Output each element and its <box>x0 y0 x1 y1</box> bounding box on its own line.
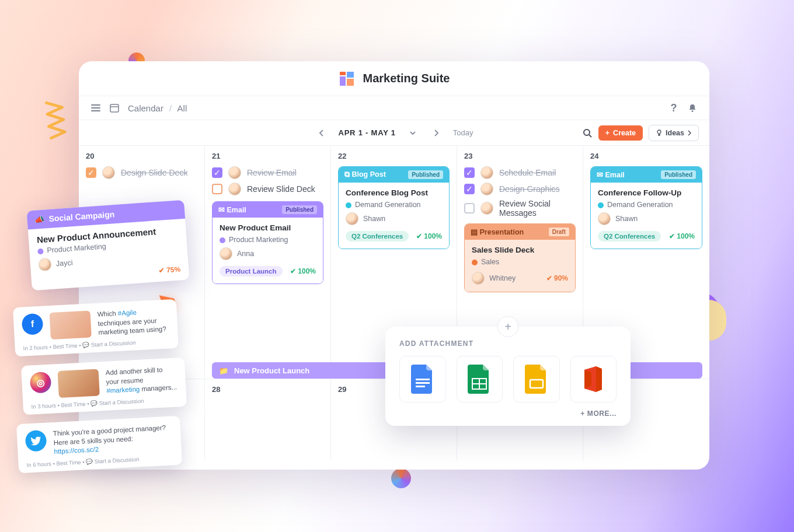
card-title: New Product Email <box>220 223 316 232</box>
task-row[interactable]: Review Social Messages <box>464 199 576 218</box>
megaphone-icon: 📣 <box>34 215 44 225</box>
help-icon[interactable]: ? <box>668 103 679 113</box>
social-text: Add another skill to your resume #market… <box>105 365 177 396</box>
attachment-panel: + ADD ATTACHMENT + MORE... <box>385 327 631 426</box>
avatar <box>598 212 611 225</box>
social-text: Which #Agile techniques are your marketi… <box>97 306 169 337</box>
date-range[interactable]: APR 1 - MAY 1 <box>339 128 396 137</box>
task-row[interactable]: ✓ Design Slide Deck <box>86 166 197 179</box>
rss-icon: ⧉ <box>344 170 350 178</box>
breadcrumb[interactable]: Calendar / All <box>128 103 187 113</box>
svg-point-7 <box>657 130 661 134</box>
titlebar: Marketing Suite <box>79 61 709 96</box>
day-column[interactable]: 28 <box>205 379 331 460</box>
checkbox-icon[interactable]: ✓ <box>464 167 475 178</box>
thumbnail <box>58 369 100 398</box>
svg-point-6 <box>584 130 590 135</box>
svg-rect-3 <box>347 79 354 86</box>
day-number: 22 <box>338 152 450 160</box>
svg-rect-0 <box>340 72 346 75</box>
task-row[interactable]: ✓Schedule Email <box>464 166 576 179</box>
card-blog[interactable]: ⧉ Blog PostPublished Conference Blog Pos… <box>338 166 450 249</box>
avatar <box>228 166 241 179</box>
task-row[interactable]: ✓Design Graphics <box>464 183 576 195</box>
thumbnail <box>50 310 92 340</box>
task-label: Review Social Messages <box>499 199 576 218</box>
decor-dot <box>391 468 411 488</box>
task-label: Design Graphics <box>499 184 560 194</box>
progress-label: ✔ 100% <box>416 232 442 240</box>
progress-label: ✔ 100% <box>290 267 316 275</box>
toolbar: Calendar / All ? <box>79 96 709 120</box>
progress-label: ✔ 75% <box>159 265 181 275</box>
google-slides-option[interactable] <box>513 356 560 402</box>
plus-icon: + <box>605 129 610 137</box>
google-docs-option[interactable] <box>399 356 446 402</box>
social-card-instagram[interactable]: ◎ Add another skill to your resume #mark… <box>21 358 187 415</box>
prev-button[interactable] <box>315 127 328 139</box>
task-row[interactable]: ✓ Review Email <box>212 166 323 179</box>
google-sheets-option[interactable] <box>457 356 503 402</box>
breadcrumb-root[interactable]: Calendar <box>128 103 163 113</box>
svg-rect-10 <box>416 386 425 387</box>
day-column[interactable]: 21 ✓ Review Email Review Slide Deck ✉ Em… <box>205 145 331 379</box>
app-logo <box>339 71 355 87</box>
today-button[interactable]: Today <box>453 128 473 137</box>
status-badge: Draft <box>549 228 569 236</box>
menu-icon[interactable] <box>90 103 101 113</box>
card-presentation[interactable]: ▤ PresentationDraft Sales Slide Deck Sal… <box>464 223 576 292</box>
checkbox-icon[interactable] <box>212 184 222 194</box>
svg-rect-9 <box>416 382 430 384</box>
bell-icon[interactable] <box>687 103 698 113</box>
next-button[interactable] <box>430 127 443 139</box>
day-number: 21 <box>212 152 323 160</box>
search-icon[interactable] <box>582 128 593 138</box>
checkbox-icon[interactable] <box>464 203 475 214</box>
decor-squiggle <box>38 99 73 140</box>
chip[interactable]: Q2 Conferences <box>598 231 661 242</box>
svg-rect-2 <box>340 76 346 86</box>
add-button[interactable]: + <box>497 316 518 337</box>
instagram-icon: ◎ <box>30 372 52 394</box>
chevron-right-icon <box>688 130 691 136</box>
office-option[interactable] <box>570 356 617 402</box>
avatar <box>480 166 493 179</box>
svg-rect-8 <box>416 379 430 380</box>
email-icon: ✉ <box>597 171 603 179</box>
task-row[interactable]: Review Slide Deck <box>212 183 323 195</box>
task-label: Schedule Email <box>499 168 556 177</box>
avatar <box>102 166 115 179</box>
checkbox-icon[interactable]: ✓ <box>464 184 475 194</box>
checkbox-icon[interactable]: ✓ <box>212 167 222 178</box>
facebook-icon: f <box>22 313 44 335</box>
breadcrumb-leaf[interactable]: All <box>177 103 187 113</box>
avatar <box>480 183 493 195</box>
status-badge: Published <box>282 205 317 214</box>
card-title: Sales Slide Deck <box>472 246 568 254</box>
bulb-icon <box>656 130 662 136</box>
svg-rect-1 <box>347 72 354 78</box>
day-number: 20 <box>86 152 197 160</box>
campaign-card[interactable]: 📣Social Campaign New Product Announcemen… <box>27 200 190 291</box>
avatar <box>480 202 493 215</box>
twitter-icon <box>25 430 47 452</box>
create-button[interactable]: +Create <box>598 125 643 141</box>
card-email[interactable]: ✉ EmailPublished New Product Email Produ… <box>212 201 323 284</box>
more-button[interactable]: + MORE... <box>399 410 617 418</box>
date-dropdown-icon[interactable] <box>406 127 419 139</box>
svg-point-5 <box>692 110 694 112</box>
chip[interactable]: Q2 Conferences <box>346 231 409 242</box>
day-number: 23 <box>464 152 576 160</box>
ideas-button[interactable]: Ideas <box>649 125 699 141</box>
social-card-facebook[interactable]: f Which #Agile techniques are your marke… <box>13 299 179 356</box>
card-title: Conference Follow-Up <box>598 188 695 197</box>
card-followup[interactable]: ✉ EmailPublished Conference Follow-Up De… <box>590 166 702 249</box>
checkbox-icon[interactable]: ✓ <box>86 167 96 178</box>
task-label: Review Email <box>247 168 297 177</box>
social-card-twitter[interactable]: Think you're a good project manager? Her… <box>16 416 182 473</box>
status-badge: Published <box>408 170 443 179</box>
chip[interactable]: Product Launch <box>220 266 283 276</box>
avatar <box>38 258 51 271</box>
app-title: Marketing Suite <box>363 72 450 85</box>
progress-label: ✔ 90% <box>546 274 568 282</box>
